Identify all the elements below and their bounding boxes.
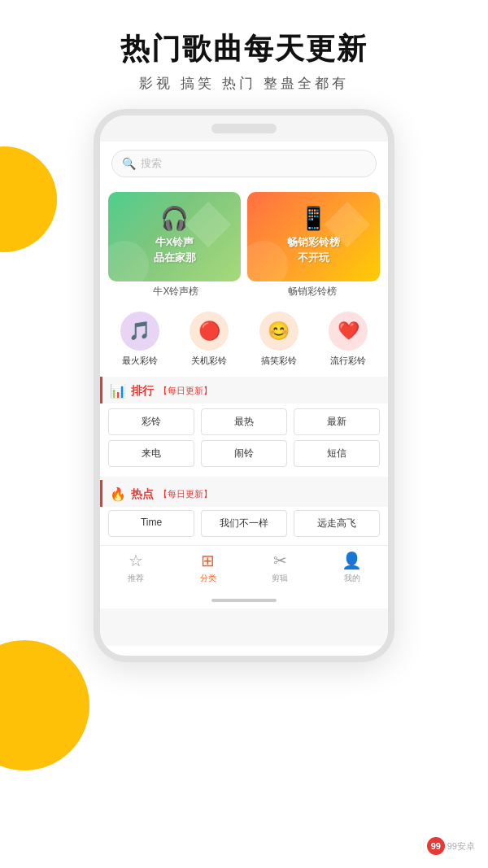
banner-label-left: 牛X铃声榜 bbox=[108, 285, 244, 303]
main-title: 热门歌曲每天更新 bbox=[16, 29, 472, 69]
nav-item-category[interactable]: ⊞ 分类 bbox=[172, 551, 245, 584]
bottom-nav: ☆ 推荐 ⊞ 分类 ✂ 剪辑 👤 我的 bbox=[100, 545, 388, 592]
top-banner: 热门歌曲每天更新 影视 搞笑 热门 整蛊全都有 bbox=[0, 0, 488, 109]
nav-category-icon: ⊞ bbox=[201, 551, 215, 570]
nav-item-edit[interactable]: ✂ 剪辑 bbox=[244, 551, 316, 584]
home-bar bbox=[211, 599, 277, 602]
cat-emoji-3: 😊 bbox=[268, 321, 290, 342]
search-placeholder: 搜索 bbox=[141, 156, 162, 171]
cat-item-4[interactable]: ❤️ 流行彩铃 bbox=[329, 312, 368, 367]
tag-incoming[interactable]: 来电 bbox=[108, 440, 194, 467]
ranking-row-2: 来电 闹铃 短信 bbox=[108, 440, 380, 467]
banner-right-emoji: 📱 bbox=[299, 205, 328, 232]
phone-mockup: 🔍 搜索 🎧 牛X铃声品在家那 bbox=[94, 109, 394, 662]
banner-label-right: 畅销彩铃榜 bbox=[244, 285, 380, 303]
watermark-text: 99安卓 bbox=[447, 840, 475, 853]
nav-recommend-icon: ☆ bbox=[129, 551, 143, 570]
search-bar: 🔍 搜索 bbox=[100, 142, 388, 185]
banner-left-emoji: 🎧 bbox=[160, 205, 189, 232]
nav-item-recommend[interactable]: ☆ 推荐 bbox=[100, 551, 172, 584]
nav-edit-icon: ✂ bbox=[273, 551, 287, 570]
hot-tag-far[interactable]: 远走高飞 bbox=[294, 510, 380, 537]
banner-left-deco-text: 牛X铃声品在家那 bbox=[150, 232, 199, 268]
cat-label-2: 关机彩铃 bbox=[191, 355, 227, 367]
search-input-container[interactable]: 🔍 搜索 bbox=[111, 150, 377, 177]
bg-area: 热门歌曲每天更新 影视 搞笑 热门 整蛊全都有 🔍 搜索 bbox=[0, 0, 488, 868]
cat-emoji-4: ❤️ bbox=[338, 321, 359, 342]
tag-newest[interactable]: 最新 bbox=[294, 408, 380, 435]
watermark-logo: 99 bbox=[427, 837, 445, 855]
hot-tag-us[interactable]: 我们不一样 bbox=[201, 510, 287, 537]
phone-notch bbox=[211, 124, 277, 133]
search-icon: 🔍 bbox=[122, 157, 136, 170]
hot-tag: 【每日更新】 bbox=[159, 488, 212, 500]
nav-recommend-label: 推荐 bbox=[128, 573, 144, 584]
tag-hottest[interactable]: 最热 bbox=[201, 408, 287, 435]
banner-right-deco-text: 畅销彩铃榜不开玩 bbox=[284, 232, 343, 268]
cat-label-1: 最火彩铃 bbox=[122, 355, 158, 367]
hot-section-header: 🔥 热点 【每日更新】 bbox=[100, 480, 388, 507]
hot-section: 🔥 热点 【每日更新】 Time 我们不一样 远走高飞 bbox=[100, 480, 388, 545]
tag-ringtone[interactable]: 彩铃 bbox=[108, 408, 194, 435]
cat-icon-2: 🔴 bbox=[190, 312, 229, 351]
phone-notch-area bbox=[100, 116, 388, 142]
hot-title: 热点 bbox=[131, 487, 154, 502]
watermark: 99 99安卓 bbox=[427, 837, 475, 855]
cat-emoji-1: 🎵 bbox=[129, 321, 150, 342]
hot-tag-time[interactable]: Time bbox=[108, 510, 194, 537]
banner-cards: 🎧 牛X铃声品在家那 📱 畅销彩铃榜不开玩 bbox=[100, 185, 388, 285]
cat-label-3: 搞笑彩铃 bbox=[261, 355, 297, 367]
home-indicator bbox=[100, 592, 388, 608]
ranking-row-1: 彩铃 最热 最新 bbox=[108, 408, 380, 435]
ranking-tag-grid: 彩铃 最热 最新 来电 闹铃 短信 bbox=[100, 403, 388, 477]
nav-mine-icon: 👤 bbox=[342, 551, 362, 570]
cat-label-4: 流行彩铃 bbox=[330, 355, 366, 367]
cat-emoji-2: 🔴 bbox=[198, 321, 220, 342]
ranking-tag: 【每日更新】 bbox=[159, 385, 212, 397]
nav-item-mine[interactable]: 👤 我的 bbox=[316, 551, 389, 584]
banner-labels: 牛X铃声榜 畅销彩铃榜 bbox=[100, 285, 388, 303]
banner-card-left-content: 🎧 牛X铃声品在家那 bbox=[108, 192, 241, 281]
banner-card-right[interactable]: 📱 畅销彩铃榜不开玩 bbox=[247, 192, 380, 281]
hot-icon: 🔥 bbox=[110, 486, 126, 502]
ranking-icon: 📊 bbox=[110, 383, 126, 399]
cat-icon-1: 🎵 bbox=[120, 312, 159, 351]
banner-card-left[interactable]: 🎧 牛X铃声品在家那 bbox=[108, 192, 241, 281]
hot-tags-row: Time 我们不一样 远走高飞 bbox=[100, 507, 388, 545]
main-subtitle: 影视 搞笑 热门 整蛊全都有 bbox=[16, 74, 472, 93]
cat-item-2[interactable]: 🔴 关机彩铃 bbox=[190, 312, 229, 367]
cat-item-3[interactable]: 😊 搞笑彩铃 bbox=[259, 312, 298, 367]
nav-mine-label: 我的 bbox=[344, 573, 360, 584]
cat-icon-4: ❤️ bbox=[329, 312, 368, 351]
tag-sms[interactable]: 短信 bbox=[294, 440, 380, 467]
category-icons: 🎵 最火彩铃 🔴 关机彩铃 😊 搞笑彩铃 bbox=[100, 303, 388, 377]
cat-icon-3: 😊 bbox=[259, 312, 298, 351]
ranking-title: 排行 bbox=[131, 384, 154, 399]
phone-content: 🔍 搜索 🎧 牛X铃声品在家那 bbox=[100, 142, 388, 646]
deco-circle-left bbox=[0, 146, 57, 252]
banner-card-right-content: 📱 畅销彩铃榜不开玩 bbox=[247, 192, 380, 281]
nav-edit-label: 剪辑 bbox=[272, 573, 288, 584]
nav-category-label: 分类 bbox=[200, 573, 216, 584]
cat-item-1[interactable]: 🎵 最火彩铃 bbox=[120, 312, 159, 367]
deco-circle-bottom bbox=[0, 640, 89, 770]
ranking-section-header: 📊 排行 【每日更新】 bbox=[100, 377, 388, 403]
tag-alarm[interactable]: 闹铃 bbox=[201, 440, 287, 467]
